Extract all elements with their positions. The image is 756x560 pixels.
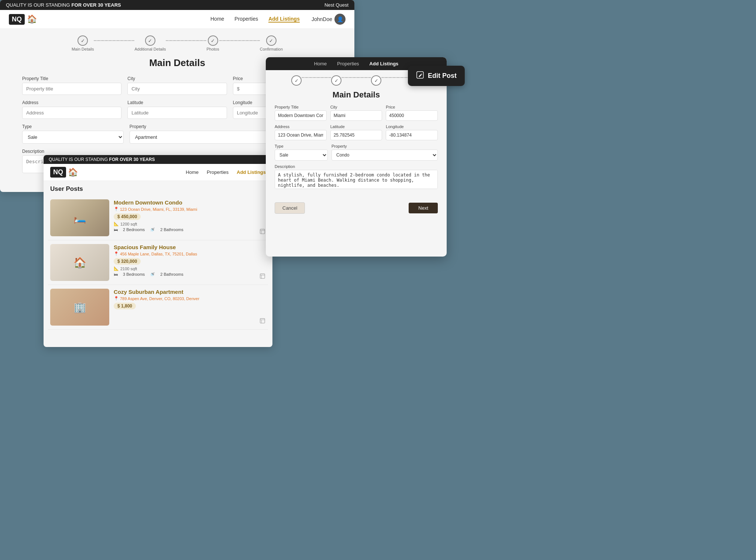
tagline-bold-mid: FOR OVER 30 YEARS bbox=[109, 157, 155, 162]
svg-rect-0 bbox=[260, 229, 265, 234]
front-latitude-input[interactable] bbox=[330, 130, 382, 140]
post-edit-icon-3[interactable] bbox=[259, 289, 266, 326]
post-thumb-3: 🏢 bbox=[50, 289, 109, 326]
nav-properties-mid[interactable]: Properties bbox=[207, 169, 228, 175]
step-circle-2-front: ✓ bbox=[331, 75, 341, 86]
front-longitude-label: Longitude bbox=[386, 124, 438, 129]
edit-post-button[interactable]: Edit Post bbox=[408, 66, 465, 86]
home-logo-icon-mid: 🏠 bbox=[68, 168, 78, 177]
avatar-icon: 👤 bbox=[337, 16, 343, 22]
front-city-input[interactable] bbox=[330, 110, 382, 121]
form-front-title: Main Details bbox=[275, 90, 438, 100]
post-card-2: 🏠 Spacious Family House 📍 456 Maple Lane… bbox=[48, 240, 268, 285]
city-label-back: City bbox=[127, 76, 227, 81]
post-edit-icon-2[interactable] bbox=[259, 244, 266, 281]
avatar-back[interactable]: 👤 bbox=[334, 14, 346, 25]
post-addr-2: 📍 456 Maple Lane, Dallas, TX, 75201, Dal… bbox=[114, 251, 255, 256]
front-description-group: Description bbox=[275, 164, 438, 189]
step-circle-3-back: ✓ bbox=[208, 35, 218, 46]
nav-properties-back[interactable]: Properties bbox=[234, 16, 258, 23]
front-longitude-input[interactable] bbox=[386, 130, 438, 140]
front-description-textarea[interactable] bbox=[275, 170, 438, 189]
username-back: JohnDoe bbox=[312, 16, 332, 22]
post-image-apt: 🏢 bbox=[50, 289, 109, 326]
front-property-select[interactable]: Apartment House Condo Villa bbox=[331, 150, 438, 161]
nav-mid: NQ 🏠 Home Properties Add Listings bbox=[44, 164, 272, 181]
form-front-row-3: Type Sale Rent Property Apartment House … bbox=[275, 144, 438, 161]
city-input-back[interactable] bbox=[127, 83, 227, 95]
front-price-input[interactable] bbox=[386, 110, 438, 121]
front-property-group: Property Apartment House Condo Villa bbox=[331, 144, 438, 161]
edit-pencil-icon bbox=[416, 71, 424, 81]
post-edit-icon-1[interactable] bbox=[259, 199, 266, 236]
bed-icon-1: 🛏 bbox=[114, 227, 118, 232]
step-main-back: ✓ Main Details bbox=[72, 35, 94, 51]
form-front-footer: Cancel Next bbox=[266, 199, 447, 218]
address-input-back[interactable] bbox=[22, 107, 121, 119]
front-address-group: Address bbox=[275, 124, 327, 140]
step-label-4-back: Confirmation bbox=[260, 47, 283, 51]
front-latitude-group: Latitude bbox=[330, 124, 382, 140]
post-info-3: Cozy Suburban Apartment 📍 789 Aspen Ave,… bbox=[114, 289, 255, 326]
post-addr-text-2: 456 Maple Lane, Dallas, TX, 75201, Dalla… bbox=[120, 252, 197, 256]
front-description-label: Description bbox=[275, 164, 438, 169]
post-info-1: Modern Downtown Condo 📍 123 Ocean Drive,… bbox=[114, 199, 255, 236]
step-circle-1-front: ✓ bbox=[291, 75, 302, 86]
next-button[interactable]: Next bbox=[409, 203, 438, 213]
nav-home-back[interactable]: Home bbox=[210, 16, 224, 23]
front-city-label: City bbox=[330, 105, 382, 109]
front-property-label: Property bbox=[331, 144, 438, 148]
post-price-1: $ 450,000 bbox=[114, 213, 141, 220]
bed-icon-2: 🛏 bbox=[114, 272, 118, 277]
edit-post-label: Edit Post bbox=[428, 72, 457, 80]
front-price-group: Price bbox=[386, 105, 438, 121]
front-city-group: City bbox=[330, 105, 382, 121]
type-select-back[interactable]: Sale Rent bbox=[22, 131, 124, 144]
nav-properties-front[interactable]: Properties bbox=[337, 61, 359, 66]
step-circle-3-front: ✓ bbox=[371, 75, 381, 86]
step-line-2-back bbox=[166, 40, 206, 41]
nav-home-mid[interactable]: Home bbox=[186, 169, 199, 175]
front-property-title-input[interactable] bbox=[275, 110, 327, 121]
user-area-back: JohnDoe 👤 bbox=[312, 14, 346, 25]
latitude-group-back: Latitude bbox=[127, 100, 227, 119]
location-icon-1: 📍 bbox=[114, 207, 119, 212]
form-front: Main Details Property Title City Price A… bbox=[266, 88, 447, 199]
post-addr-1: 📍 123 Ocean Drive, Miami, FL, 33139, Mia… bbox=[114, 207, 255, 212]
property-title-input-back[interactable] bbox=[22, 83, 121, 95]
bath-icon-1: 🚿 bbox=[150, 227, 155, 232]
post-list: 🛏️ Modern Downtown Condo 📍 123 Ocean Dri… bbox=[44, 196, 272, 347]
topbar-mid: QUALITY IS OUR STANDING FOR OVER 30 YEAR… bbox=[44, 155, 272, 164]
front-address-input[interactable] bbox=[275, 130, 327, 140]
step-confirmation-back: ✓ Confirmation bbox=[260, 35, 283, 51]
nav-addlistings-mid[interactable]: Add Listings bbox=[237, 169, 266, 175]
latitude-label-back: Latitude bbox=[127, 100, 227, 105]
nav-links-mid: Home Properties Add Listings bbox=[186, 169, 266, 175]
location-icon-3: 📍 bbox=[114, 296, 119, 301]
post-card-1: 🛏️ Modern Downtown Condo 📍 123 Ocean Dri… bbox=[48, 196, 268, 240]
step-1-front: ✓ bbox=[291, 75, 302, 86]
nav-addlistings-front[interactable]: Add Listings bbox=[370, 61, 399, 66]
sqft-icon-1: 📐 bbox=[114, 221, 119, 226]
cancel-button[interactable]: Cancel bbox=[275, 202, 305, 214]
step-2-front: ✓ bbox=[331, 75, 341, 86]
nav-addlistings-back[interactable]: Add Listings bbox=[268, 16, 300, 23]
latitude-input-back[interactable] bbox=[127, 107, 227, 119]
nav-home-front[interactable]: Home bbox=[314, 61, 327, 66]
post-price-2: $ 320,000 bbox=[114, 258, 141, 265]
post-image-condo: 🛏️ bbox=[50, 199, 109, 236]
tagline-bold: FOR OVER 30 YEARS bbox=[72, 2, 121, 8]
post-image-house: 🏠 bbox=[50, 244, 109, 281]
step-3-front: ✓ bbox=[371, 75, 381, 86]
location-icon-2: 📍 bbox=[114, 251, 119, 256]
step-circle-4-back: ✓ bbox=[266, 35, 276, 46]
step-circle-2-back: ✓ bbox=[145, 35, 155, 46]
brand-name-back: Nest Quest bbox=[324, 2, 348, 8]
post-sqft-text-2: 2100 sqft bbox=[120, 267, 137, 271]
bath-icon-2: 🚿 bbox=[150, 272, 155, 277]
property-title-label-back: Property Title bbox=[22, 76, 121, 81]
logo-back: NQ 🏠 bbox=[9, 14, 37, 25]
front-type-select[interactable]: Sale Rent bbox=[275, 150, 328, 161]
front-address-label: Address bbox=[275, 124, 327, 129]
stepper-back: ✓ Main Details ✓ Additional Details ✓ Ph… bbox=[0, 29, 354, 54]
